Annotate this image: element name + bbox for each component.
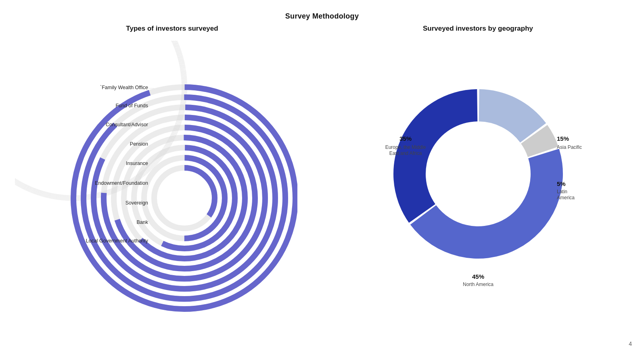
- label-sovereign: Sovereign: [125, 200, 148, 206]
- label-pension: Pension: [130, 141, 148, 147]
- right-chart: Surveyed investors by geography: [327, 25, 629, 339]
- right-chart-title: Surveyed investors by geography: [327, 25, 629, 33]
- left-chart-title: Types of investors surveyed: [47, 25, 297, 33]
- donut-chart-container: .seg-emea { fill: #2233aa; } .seg-na { f…: [327, 37, 629, 319]
- left-chart: Types of investors surveyed: [15, 25, 297, 339]
- ring-pension: [104, 117, 265, 279]
- label-local-gov: Local Government Authority: [86, 238, 148, 244]
- na-pct: 45%: [472, 273, 484, 280]
- label-endowment: Endowment/Foundation: [94, 180, 148, 186]
- ap-pct: 15%: [557, 135, 569, 142]
- ap-label: Asia Pacific: [557, 144, 582, 150]
- radial-chart-container: `Family Wealth Office Fund of Funds Cons…: [15, 41, 297, 323]
- donut-chart-svg: .seg-emea { fill: #2233aa; } .seg-na { f…: [327, 41, 629, 315]
- ring-sovereign: [134, 148, 235, 248]
- svg-point-1: [73, 87, 295, 309]
- la-pct: 5%: [557, 180, 566, 187]
- radial-chart-svg: `Family Wealth Office Fund of Funds Cons…: [15, 41, 297, 315]
- label-insurance: Insurance: [126, 161, 148, 166]
- emea-label-line2: East and Africa: [389, 150, 422, 156]
- emea-label-line1: Europe, the Middle: [385, 144, 426, 150]
- na-label: North America: [462, 282, 493, 287]
- label-family-wealth: `Family Wealth Office: [100, 85, 148, 90]
- ring-consultant: [94, 107, 275, 289]
- label-fund-of-funds: Fund of Funds: [115, 103, 148, 109]
- label-bank: Bank: [136, 219, 148, 225]
- ring-local-gov: [154, 168, 215, 228]
- label-consultant: Consultant/Advisor: [106, 122, 148, 127]
- donut-segments: [393, 89, 563, 259]
- la-label-line2: America: [557, 195, 575, 200]
- la-label-line1: Latin: [557, 189, 567, 194]
- emea-pct: 35%: [399, 135, 411, 142]
- page-title: Survey Methodology: [0, 0, 644, 21]
- page-number: 4: [629, 340, 632, 347]
